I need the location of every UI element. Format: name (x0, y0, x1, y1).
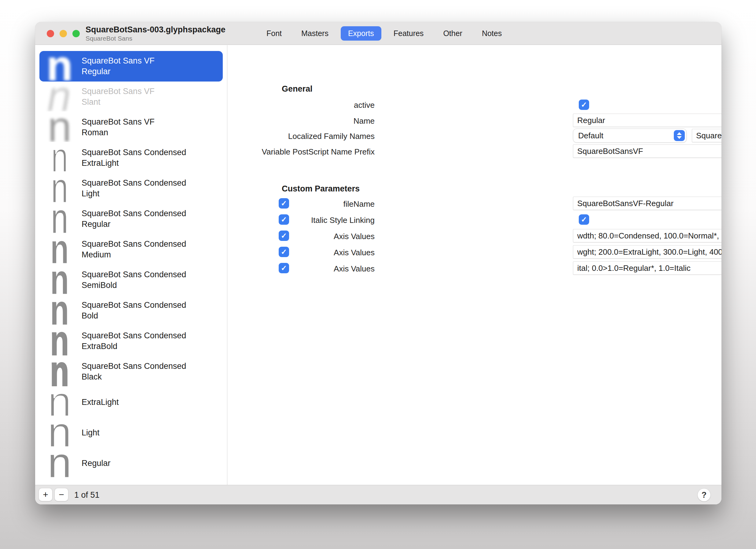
export-style-name: Slant (82, 97, 155, 108)
window-content: n SquareBot Sans VFRegular n SquareBot S… (35, 45, 721, 485)
general-section-heading: General (282, 84, 313, 94)
variable-ps-name-prefix-input[interactable] (573, 145, 721, 158)
traffic-lights (47, 22, 80, 45)
active-label: active (243, 101, 375, 110)
axis-values-label: Axis Values (243, 248, 375, 258)
exports-list: n SquareBot Sans VFRegular n SquareBot S… (35, 45, 227, 485)
export-family-name: SquareBot Sans Condensed (82, 330, 186, 341)
italic-style-linking-checkbox[interactable]: ✓ (579, 214, 589, 225)
font-glyph-icon: n (45, 143, 74, 173)
tab-bar: Font Masters Exports Features Other Note… (259, 22, 514, 45)
font-glyph-icon: n (45, 418, 74, 447)
export-family-name: SquareBot Sans Condensed (82, 178, 186, 189)
export-style-name: ExtraLight (82, 158, 186, 169)
export-style-name: Regular (82, 66, 155, 77)
axis-values-ital-input[interactable] (573, 262, 721, 275)
export-item-squarebot-sans-vf-slant[interactable]: n SquareBot Sans VFSlant (39, 82, 223, 112)
export-item-light[interactable]: n Light (39, 417, 223, 448)
font-glyph-icon: n (45, 113, 74, 142)
export-item-extralight[interactable]: n ExtraLight (39, 387, 223, 417)
axis-values-wght-input[interactable] (573, 245, 721, 259)
custom-parameters-section-heading: Custom Parameters (282, 184, 360, 194)
axis-values-label: Axis Values (243, 232, 375, 241)
variable-ps-name-prefix-label: Variable PostScript Name Prefix (243, 147, 375, 157)
font-glyph-icon: n (45, 204, 74, 234)
export-style-name: Regular (82, 219, 186, 230)
up-down-chevrons-icon (674, 130, 685, 141)
export-family-name: SquareBot Sans Condensed (82, 269, 186, 280)
export-item-condensed-extrabold[interactable]: n SquareBot Sans CondensedExtraBold (39, 326, 223, 356)
export-family-name: SquareBot Sans Condensed (82, 147, 186, 158)
add-instance-button[interactable]: + (39, 488, 52, 501)
tab-other[interactable]: Other (436, 26, 470, 41)
tab-masters[interactable]: Masters (294, 26, 336, 41)
font-glyph-icon: n (45, 82, 74, 112)
export-item-condensed-light[interactable]: n SquareBot Sans CondensedLight (39, 173, 223, 204)
localized-language-dropdown[interactable]: Default (573, 129, 687, 143)
active-checkbox[interactable]: ✓ (579, 100, 589, 110)
window-titlebar: SquareBotSans-003.glyphspackage SquareBo… (35, 22, 721, 45)
tab-font[interactable]: Font (259, 26, 289, 41)
export-family-name: SquareBot Sans VF (82, 117, 155, 127)
filename-parameter-label: fileName (243, 200, 375, 209)
export-item-condensed-semibold[interactable]: n SquareBot Sans CondensedSemiBold (39, 265, 223, 295)
filename-parameter-input[interactable] (573, 197, 721, 210)
minimize-window-button[interactable] (60, 30, 67, 37)
name-input[interactable] (573, 114, 721, 127)
font-glyph-icon: n (45, 296, 74, 325)
close-window-button[interactable] (47, 30, 54, 37)
window-title-block: SquareBotSans-003.glyphspackage SquareBo… (86, 25, 226, 42)
tab-exports[interactable]: Exports (341, 26, 381, 41)
export-family-name: SquareBot Sans Condensed (82, 361, 186, 371)
localized-family-name-input[interactable] (692, 129, 721, 142)
font-glyph-icon: n (45, 357, 74, 386)
export-settings-panel: General + active ✓ Name Localized Family… (227, 45, 721, 485)
export-family-name: SquareBot Sans VF (82, 86, 155, 97)
export-style-name: ExtraBold (82, 341, 186, 352)
window-subtitle: SquareBot Sans (86, 35, 226, 42)
export-item-condensed-regular[interactable]: n SquareBot Sans CondensedRegular (39, 204, 223, 234)
export-style-name: Regular (82, 458, 111, 469)
export-family-name: SquareBot Sans Condensed (82, 208, 186, 219)
check-icon: ✓ (581, 101, 587, 108)
export-item-partial[interactable]: n (39, 478, 223, 485)
export-style-name: SemiBold (82, 280, 186, 291)
fullscreen-window-button[interactable] (72, 30, 80, 37)
export-item-squarebot-sans-vf-regular[interactable]: n SquareBot Sans VFRegular (39, 51, 223, 82)
export-family-name: SquareBot Sans Condensed (82, 239, 186, 250)
font-glyph-icon: n (45, 448, 74, 478)
font-glyph-icon: n (45, 52, 74, 81)
desktop-background: SquareBotSans-003.glyphspackage SquareBo… (0, 0, 756, 549)
font-glyph-icon: n (45, 387, 74, 417)
export-item-condensed-medium[interactable]: n SquareBot Sans CondensedMedium (39, 234, 223, 265)
export-family-name: SquareBot Sans VF (82, 56, 155, 66)
italic-style-linking-label: Italic Style Linking (243, 216, 375, 225)
font-info-window: SquareBotSans-003.glyphspackage SquareBo… (35, 22, 721, 504)
font-glyph-icon: n (45, 235, 74, 264)
remove-instance-button[interactable]: − (55, 488, 68, 501)
font-glyph-icon: n (45, 479, 74, 485)
check-icon: ✓ (581, 216, 587, 223)
export-style-name: ExtraLight (82, 397, 119, 408)
export-family-name: SquareBot Sans Condensed (82, 300, 186, 310)
axis-values-wdth-input[interactable] (573, 229, 721, 243)
tab-features[interactable]: Features (386, 26, 431, 41)
instance-count: 1 of 51 (74, 485, 100, 504)
export-style-name: Bold (82, 310, 186, 321)
tab-notes[interactable]: Notes (475, 26, 509, 41)
localized-family-names-label: Localized Family Names (243, 132, 375, 141)
export-item-regular[interactable]: n Regular (39, 448, 223, 478)
export-item-condensed-bold[interactable]: n SquareBot Sans CondensedBold (39, 295, 223, 326)
name-label: Name (243, 116, 375, 126)
export-item-condensed-black[interactable]: n SquareBot Sans CondensedBlack (39, 356, 223, 387)
export-style-name: Black (82, 371, 186, 382)
localized-language-value: Default (578, 131, 674, 141)
window-footer: + − 1 of 51 ? (35, 485, 721, 504)
font-glyph-icon: n (45, 174, 74, 203)
export-style-name: Roman (82, 127, 155, 138)
help-button[interactable]: ? (698, 489, 710, 501)
export-style-name: Light (82, 427, 100, 438)
export-item-condensed-extralight[interactable]: n SquareBot Sans CondensedExtraLight (39, 143, 223, 173)
export-item-squarebot-sans-vf-roman[interactable]: n SquareBot Sans VFRoman (39, 112, 223, 143)
window-title: SquareBotSans-003.glyphspackage (86, 25, 226, 35)
